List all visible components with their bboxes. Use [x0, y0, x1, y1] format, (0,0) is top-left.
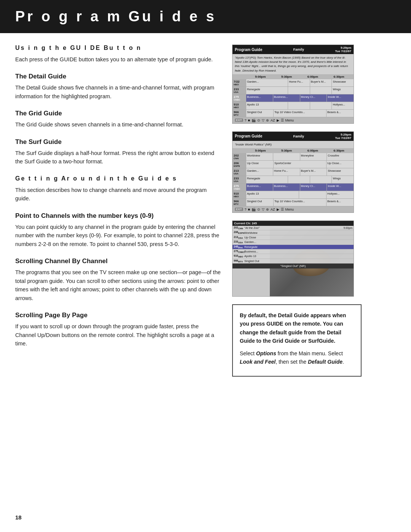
surf-caption: "Singled Out" (NR) [233, 264, 354, 268]
page-header: Pr o g r a m Gu i d e s [0, 0, 411, 33]
ch-programs-966: Singled Out Top 10 Video Countdo... Beav… [246, 110, 354, 117]
ch-275b: 275CNBC [233, 184, 246, 191]
left-column: Us i n g t h e GU I DE Bu t t o n Each p… [15, 45, 221, 377]
ch-206: 206ESPN [233, 161, 246, 168]
heading-scroll-page: Scrolling Page By Page [15, 312, 221, 319]
surf-guide-screenshot: Current Ch: 245 202CNN "At the Zoo" 5:00… [232, 220, 354, 297]
ch-programs-722: Garden... Home Fu... Buyer's M... Showca… [246, 79, 354, 86]
info-box-look-feel: Look and Feel [240, 359, 276, 365]
detail-guide-times: 5:00pm 5:30pm 6:00pm 6:30pm [233, 74, 354, 79]
grid-guide-screenshot: Program Guide Family 5:29pm Tue 7/22/97 … [232, 131, 354, 213]
body-point-channels: You can point quickly to any channel in … [15, 223, 221, 248]
detail-guide-title: Program Guide [235, 48, 262, 52]
heading-scroll-channel: Scrolling Channel By Channel [15, 257, 221, 265]
surf-row-233: 233USA Garden... [233, 240, 354, 244]
heading-using-guide: Us i n g t h e GU I DE Bu t t o n [15, 45, 221, 51]
body-surf-guide: The Surf Guide displays a half-hour form… [15, 149, 221, 166]
content-wrapper: Us i n g t h e GU I DE Bu t t o n Each p… [0, 45, 411, 377]
heading-point-channels: Point to Channels with the number keys (… [15, 212, 221, 220]
detail-guide-header: Program Guide Family 5:29pm Tue 7/22/97 [233, 45, 354, 54]
ch-202: 202CNN [233, 153, 246, 160]
detail-guide-datetime: 5:29pm Tue 7/22/97 [335, 46, 351, 53]
grid-guide-footer: EXIT ? ■ 🎬 ⊙ ▽ ⊛ AZ ▶ ☰ Menu [233, 206, 354, 212]
grid-row-202: 202CNN Worldview Moneyline Crossfire [233, 153, 354, 161]
ch-label-966: 966MTV [233, 110, 246, 117]
grid-row-213: 213USA Garden... Home Fu... Buyer's M...… [233, 168, 354, 176]
ch-213: 213USA [233, 168, 246, 176]
progs-206: Up Close SportsCenter Up Close... [246, 161, 354, 168]
body-scroll-channel: The programs that you see on the TV scre… [15, 268, 221, 302]
grid-guide-header: Program Guide Family 5:29pm Tue 7/22/97 [233, 132, 354, 141]
progs-910b: Apollo 13 Hollywo... [246, 191, 354, 198]
grid-row-966: 966MTV Singled Out Top 10 Video Countdo.… [233, 199, 354, 206]
surf-row-206: 206ESPN Worldview [233, 230, 354, 235]
body-scroll-page: If you want to scroll up or down through… [15, 322, 221, 348]
info-box-default-guide: Default Guide [308, 359, 342, 365]
info-box: By default, the Detail Guide appears whe… [232, 304, 362, 377]
detail-guide-row-722: 7/22HBO Garden... Home Fu... Buyer's M..… [233, 79, 354, 87]
grid-row-275: 275CNBC Business... Business... Money Cl… [233, 184, 354, 191]
ch-label-233: 233USA [233, 87, 246, 94]
heading-detail-guide: The Detail Guide [15, 73, 221, 80]
grid-guide-times: 5:00pm 5:30pm 6:00pm 6:30pm [233, 148, 354, 153]
grid-row-206: 206ESPN Up Close SportsCenter Up Close..… [233, 161, 354, 168]
progs-233b: Renegade Wings [246, 176, 354, 183]
body-grid-guide: The Grid Guide shows seven channels in a… [15, 120, 221, 129]
surf-header: Current Ch: 245 [233, 221, 354, 226]
detail-guide-description: "Apollo 13"(PG) Tom Hanks, Kevin Bacon (… [233, 54, 354, 74]
progs-275b: Business... Business... Money Cl... Insi… [246, 184, 354, 191]
ch-label-910: 910HBO [233, 102, 246, 109]
ch-label-722: 7/22HBO [233, 79, 246, 86]
heading-surf-guide: The Surf Guide [15, 138, 221, 146]
surf-row-275: 275CNBC Business... [233, 249, 354, 254]
surf-channel-list: 202CNN "At the Zoo" 5:00pm 206ESPN World… [233, 226, 354, 264]
grid-row-233b: 233USA Renegade Wings [233, 176, 354, 184]
surf-row-966: 966MTV Singled Out [233, 259, 354, 264]
grid-guide-category: Family [293, 134, 304, 138]
detail-guide-row-233: 233USA Renegade Wings [233, 87, 354, 94]
info-box-para1: By default, the Detail Guide appears whe… [240, 311, 354, 345]
grid-guide-description: "Inside World Politics" (NR) [233, 141, 354, 148]
detail-guide-footer: EXIT ? ■ 🎬 ⊙ ▽ ⊛ AZ ▶ ☰ Menu [233, 117, 354, 123]
ch-programs-910: Apollo 13 Hollywo... [246, 102, 354, 109]
detail-guide-row-966: 966MTV Singled Out Top 10 Video Countdo.… [233, 110, 354, 117]
heading-grid-guide: The Grid Guide [15, 110, 221, 117]
surf-row-245-selected: 245Disc Renegade [233, 245, 354, 249]
body-using-guide: Each press of the GUIDE button takes you… [15, 55, 221, 64]
page-number: 18 [15, 514, 22, 521]
ch-910b: 910HBO [233, 191, 246, 198]
detail-guide-row-275: 275CNBC Business... Business... Money Cl… [233, 94, 354, 102]
ch-233b: 233USA [233, 176, 246, 183]
surf-row-213: 213USA Up Close [233, 235, 354, 240]
info-box-options: Options [256, 350, 276, 356]
surf-row-910: 910HBO Apollo 13 [233, 254, 354, 259]
page-title: Pr o g r a m Gu i d e s [15, 8, 396, 25]
info-box-strong-detail: By default, the Detail Guide appears whe… [240, 312, 346, 344]
detail-guide-category: Family [293, 48, 304, 51]
detail-guide-row-910: 910HBO Apollo 13 Hollywo... [233, 102, 354, 110]
grid-row-910: 910HBO Apollo 13 Hollywo... [233, 191, 354, 199]
body-detail-guide: The Detail Guide shows five channels in … [15, 83, 221, 101]
grid-guide-title: Program Guide [235, 134, 262, 138]
progs-213: Garden... Home Fu... Buyer's M... Showca… [246, 168, 354, 176]
ch-programs-275: Business... Business... Money Cl... Insi… [246, 94, 354, 102]
ch-programs-233: Renegade Wings [246, 87, 354, 94]
heading-getting-around: Ge t t i n g Ar o u n d i n t h e Gu i d… [15, 175, 221, 182]
progs-966b: Singled Out Top 10 Video Countdo... Beav… [246, 199, 354, 206]
body-getting-around: This section describes how to change cha… [15, 186, 221, 203]
info-box-para2: Select Options from the Main menu. Selec… [240, 349, 354, 366]
ch-label-275: 275CNBC [233, 94, 246, 102]
progs-202: Worldview Moneyline Crossfire [246, 153, 354, 160]
right-column: Program Guide Family 5:29pm Tue 7/22/97 … [232, 45, 362, 377]
exit-btn-grid[interactable]: EXIT [235, 208, 243, 211]
detail-guide-screenshot: Program Guide Family 5:29pm Tue 7/22/97 … [232, 45, 354, 124]
grid-guide-datetime: 5:29pm Tue 7/22/97 [335, 133, 351, 140]
exit-btn[interactable]: EXIT [235, 118, 243, 122]
surf-row-202: 202CNN "At the Zoo" 5:00pm [233, 226, 354, 230]
ch-966b: 966MTV [233, 199, 246, 206]
